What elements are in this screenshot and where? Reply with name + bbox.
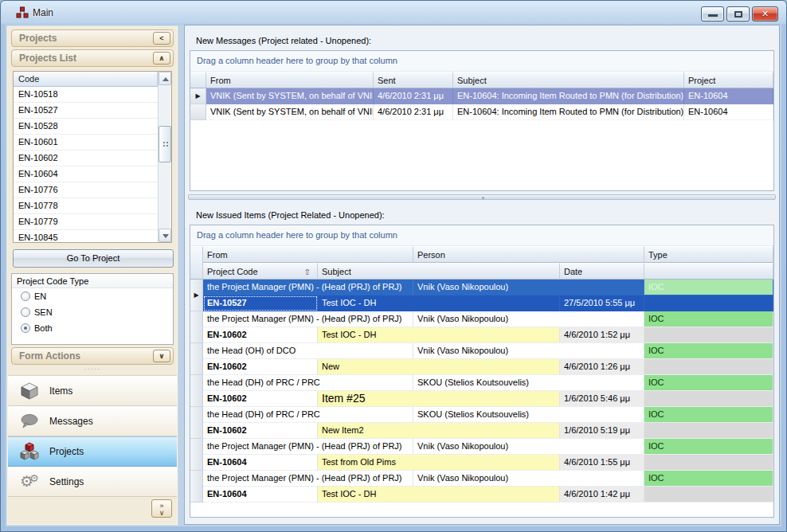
cell-subject: EN-10604: Incoming Item Routed to PMN (f…	[453, 88, 684, 104]
cell-project: EN-10604	[684, 88, 773, 104]
issued-item-record[interactable]: ▶ the Head (OH) of DCO Vnik (Vaso Nikopo…	[190, 343, 773, 375]
minimize-icon	[708, 14, 718, 17]
nav-item-items[interactable]: Items	[8, 376, 177, 406]
issued-item-record[interactable]: ▶ the Head (DH) of PRC / PRC SKOU (Steli…	[190, 407, 773, 439]
scroll-up-icon	[162, 77, 169, 81]
issued-item-record[interactable]: ▶ the Project Manager (PMN) - (Head (PRJ…	[190, 439, 773, 471]
cell-from: VNIK (Sent by SYSTEM, on behalf of VNIK)	[206, 104, 374, 120]
project-code-row[interactable]: EN-10601	[14, 135, 158, 151]
project-code-label: EN-10602	[18, 153, 58, 162]
column-header-subject[interactable]: Subject	[318, 263, 560, 280]
titlebar[interactable]: Main ✕	[1, 1, 786, 25]
nav-item-label: Items	[49, 385, 72, 397]
maximize-icon	[734, 11, 742, 18]
code-type-radio[interactable]: EN	[21, 288, 173, 304]
cell-subject: New Item2	[318, 423, 560, 439]
project-code-row[interactable]: EN-10778	[14, 198, 158, 214]
nav-item-label: Settings	[49, 476, 84, 487]
column-header-project[interactable]: Project	[684, 72, 773, 88]
scrollbar-thumb[interactable]	[159, 126, 171, 162]
nav-item-settings[interactable]: ⚙⚙ Settings	[8, 467, 177, 497]
cell-date: 1/6/2010 5:19 μμ	[560, 423, 644, 439]
cell-sent: 4/6/2010 2:31 μμ	[374, 88, 453, 104]
column-header-from[interactable]: From	[206, 72, 374, 88]
cell-from: the Project Manager (PMN) - (Head (PRJ) …	[203, 471, 413, 487]
cell-type-spacer	[644, 455, 773, 471]
cell-date: 4/6/2010 1:55 μμ	[560, 455, 644, 471]
form-actions-header[interactable]: Form Actions ∨	[11, 347, 174, 365]
project-code-row[interactable]: EN-10602	[14, 151, 158, 166]
issued-item-record[interactable]: ▶ the Project Manager (PMN) - (Head (PRJ…	[190, 280, 773, 311]
cell-subject: New	[318, 359, 560, 375]
project-code-row[interactable]: EN-10845	[14, 230, 158, 243]
project-code-row[interactable]: EN-10528	[14, 119, 158, 135]
chevron-up-icon: ∧	[159, 54, 164, 62]
code-type-radio[interactable]: Both	[21, 320, 173, 336]
project-code-row[interactable]: EN-10604	[14, 166, 158, 182]
minimize-button[interactable]	[701, 6, 724, 22]
project-code-row[interactable]: EN-10779	[14, 214, 158, 230]
scrollbar-grip-icon	[162, 141, 169, 147]
issued-item-record[interactable]: ▶ the Project Manager (PMN) - (Head (PRJ…	[190, 471, 773, 503]
nav-list: Items Messages	[8, 375, 177, 497]
maximize-button[interactable]	[726, 6, 750, 22]
project-code-label: EN-10518	[18, 89, 58, 99]
code-type-radio[interactable]: SEN	[21, 304, 173, 320]
close-button[interactable]: ✕	[752, 6, 778, 22]
column-header-sent[interactable]: Sent	[374, 72, 453, 88]
project-code-header-label: Project Code	[207, 267, 258, 279]
column-header-from[interactable]: From	[203, 246, 413, 263]
cell-date: 4/6/2010 1:42 μμ	[560, 487, 644, 503]
code-column-header[interactable]: Code	[14, 72, 158, 87]
column-header-project-code[interactable]: Project Code ⇧	[203, 263, 318, 280]
app-window: Main ✕ Projects < Projects List ∧ Code E…	[0, 0, 787, 532]
collapse-up-button[interactable]: ∧	[153, 52, 170, 65]
messages-section-title: New Messages (Project related - Unopened…	[196, 36, 371, 45]
project-code-row[interactable]: EN-10776	[14, 182, 158, 198]
sidebar-splitter[interactable]: ∙∙∙∙∙	[8, 367, 177, 374]
scroll-up-button[interactable]	[159, 72, 171, 85]
panel-splitter[interactable]	[188, 194, 776, 200]
cell-person: SKOU (Stelios Koutsouvelis)	[413, 407, 644, 423]
radio-label: SEN	[34, 307, 53, 317]
expand-down-button[interactable]: ∨	[153, 350, 170, 362]
project-code-row[interactable]: EN-10527	[14, 103, 158, 119]
cell-person: Vnik (Vaso Nikopoulou)	[413, 343, 644, 359]
projects-list-header[interactable]: Projects List ∧	[11, 49, 174, 67]
items-group-panel[interactable]: Drag a column header here to group by th…	[190, 225, 773, 246]
nav-item-projects[interactable]: Projects	[8, 436, 177, 467]
cubes-icon	[20, 442, 39, 461]
project-code-label: EN-10845	[18, 233, 58, 242]
issued-item-record[interactable]: ▶ the Head (DH) of PRC / PRC SKOU (Steli…	[190, 375, 773, 407]
scroll-down-icon	[162, 234, 169, 238]
cell-type-spacer	[644, 295, 773, 311]
nav-item-messages[interactable]: Messages	[8, 406, 177, 436]
list-scrollbar[interactable]	[158, 72, 171, 242]
go-to-project-button[interactable]: Go To Project	[13, 249, 174, 268]
messages-header-row: From Sent Subject Project	[190, 72, 773, 88]
cell-date: 1/6/2010 5:46 μμ	[560, 391, 644, 407]
column-header-person[interactable]: Person	[413, 246, 644, 263]
collapse-left-button[interactable]: <	[153, 32, 170, 45]
project-code-row[interactable]: EN-10518	[14, 87, 158, 103]
nav-overflow-button[interactable]: »∨	[151, 499, 172, 518]
cell-project-code: EN-10602	[203, 327, 318, 343]
scroll-down-button[interactable]	[159, 229, 171, 242]
column-header-type[interactable]: Type	[644, 246, 773, 263]
sidebar-group-header-projects[interactable]: Projects <	[11, 29, 174, 47]
message-row[interactable]: ▶ VNIK (Sent by SYSTEM, on behalf of VNI…	[190, 88, 773, 104]
speech-bubble-icon	[20, 413, 39, 429]
cell-project-code: EN-10604	[203, 455, 318, 471]
column-header-subject[interactable]: Subject	[453, 72, 684, 88]
radio-icon	[21, 307, 30, 317]
cell-person: Vnik (Vaso Nikopoulou)	[413, 280, 644, 295]
messages-group-panel[interactable]: Drag a column header here to group by th…	[190, 51, 773, 72]
row-indicator-cell: ▶	[190, 343, 203, 375]
row-indicator-header	[190, 72, 206, 88]
radio-icon	[21, 323, 30, 333]
nav-footer: »∨	[8, 497, 177, 519]
cell-type-badge: IOC	[644, 471, 773, 487]
column-header-date[interactable]: Date	[560, 263, 644, 280]
issued-item-record[interactable]: ▶ the Project Manager (PMN) - (Head (PRJ…	[190, 311, 773, 343]
message-row[interactable]: ▶ VNIK (Sent by SYSTEM, on behalf of VNI…	[190, 104, 773, 120]
